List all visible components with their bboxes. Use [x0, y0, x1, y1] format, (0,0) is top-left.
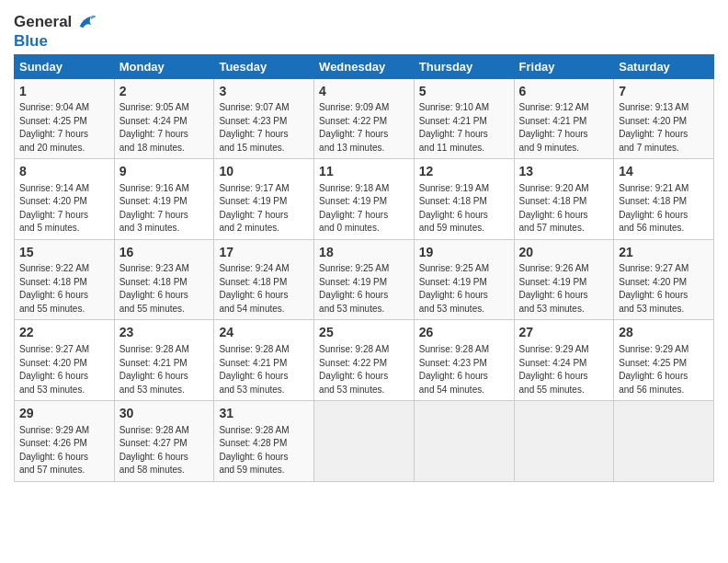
logo-line2: Blue [14, 33, 97, 51]
day-number: 21 [619, 244, 709, 262]
day-info: Sunrise: 9:04 AM Sunset: 4:25 PM Dayligh… [19, 101, 109, 155]
day-number: 10 [219, 163, 309, 181]
day-info: Sunrise: 9:27 AM Sunset: 4:20 PM Dayligh… [19, 343, 109, 396]
day-number: 16 [119, 244, 210, 262]
calendar-cell: 7Sunrise: 9:13 AM Sunset: 4:20 PM Daylig… [614, 78, 714, 159]
weekday-header-monday: Monday [114, 54, 214, 78]
calendar-cell: 16Sunrise: 9:23 AM Sunset: 4:18 PM Dayli… [114, 239, 214, 320]
calendar-cell: 23Sunrise: 9:28 AM Sunset: 4:21 PM Dayli… [114, 320, 214, 401]
day-number: 30 [119, 405, 210, 423]
day-number: 28 [619, 324, 709, 342]
day-info: Sunrise: 9:07 AM Sunset: 4:23 PM Dayligh… [219, 101, 309, 155]
day-number: 12 [419, 163, 509, 181]
weekday-header-sunday: Sunday [15, 54, 115, 78]
calendar-cell: 19Sunrise: 9:25 AM Sunset: 4:19 PM Dayli… [414, 239, 514, 320]
logo: General Blue [14, 13, 97, 51]
day-info: Sunrise: 9:05 AM Sunset: 4:24 PM Dayligh… [119, 101, 210, 155]
week-row-5: 29Sunrise: 9:29 AM Sunset: 4:26 PM Dayli… [15, 401, 714, 482]
day-number: 14 [619, 163, 709, 181]
day-number: 8 [19, 163, 109, 181]
weekday-header-tuesday: Tuesday [214, 54, 314, 78]
day-number: 9 [119, 163, 210, 181]
calendar-cell: 18Sunrise: 9:25 AM Sunset: 4:19 PM Dayli… [314, 239, 415, 320]
day-info: Sunrise: 9:26 AM Sunset: 4:19 PM Dayligh… [519, 262, 609, 316]
calendar-table: SundayMondayTuesdayWednesdayThursdayFrid… [14, 54, 714, 482]
day-number: 11 [319, 163, 409, 181]
calendar-cell: 31Sunrise: 9:28 AM Sunset: 4:28 PM Dayli… [214, 401, 314, 482]
calendar-cell: 12Sunrise: 9:19 AM Sunset: 4:18 PM Dayli… [414, 159, 514, 240]
day-info: Sunrise: 9:25 AM Sunset: 4:19 PM Dayligh… [419, 262, 509, 316]
weekday-header-friday: Friday [514, 54, 614, 78]
day-info: Sunrise: 9:14 AM Sunset: 4:20 PM Dayligh… [19, 182, 109, 236]
day-number: 13 [519, 163, 609, 181]
calendar-cell: 25Sunrise: 9:28 AM Sunset: 4:22 PM Dayli… [314, 320, 415, 401]
day-number: 26 [419, 324, 509, 342]
day-info: Sunrise: 9:28 AM Sunset: 4:23 PM Dayligh… [419, 343, 509, 396]
day-number: 4 [319, 83, 409, 101]
day-info: Sunrise: 9:24 AM Sunset: 4:18 PM Dayligh… [219, 262, 309, 316]
calendar-cell: 21Sunrise: 9:27 AM Sunset: 4:20 PM Dayli… [614, 239, 714, 320]
day-info: Sunrise: 9:16 AM Sunset: 4:19 PM Dayligh… [119, 182, 210, 236]
calendar-cell: 30Sunrise: 9:28 AM Sunset: 4:27 PM Dayli… [114, 401, 214, 482]
weekday-header-thursday: Thursday [414, 54, 514, 78]
calendar-cell: 4Sunrise: 9:09 AM Sunset: 4:22 PM Daylig… [314, 78, 415, 159]
calendar-cell: 1Sunrise: 9:04 AM Sunset: 4:25 PM Daylig… [15, 78, 115, 159]
day-info: Sunrise: 9:29 AM Sunset: 4:24 PM Dayligh… [519, 343, 609, 396]
calendar-cell: 26Sunrise: 9:28 AM Sunset: 4:23 PM Dayli… [414, 320, 514, 401]
day-number: 6 [519, 83, 609, 101]
calendar-cell: 28Sunrise: 9:29 AM Sunset: 4:25 PM Dayli… [614, 320, 714, 401]
day-number: 17 [219, 244, 309, 262]
day-number: 25 [319, 324, 409, 342]
day-info: Sunrise: 9:12 AM Sunset: 4:21 PM Dayligh… [519, 101, 609, 155]
day-info: Sunrise: 9:29 AM Sunset: 4:25 PM Dayligh… [619, 343, 709, 396]
calendar-cell: 5Sunrise: 9:10 AM Sunset: 4:21 PM Daylig… [414, 78, 514, 159]
week-row-3: 15Sunrise: 9:22 AM Sunset: 4:18 PM Dayli… [15, 239, 714, 320]
day-number: 19 [419, 244, 509, 262]
calendar-cell: 14Sunrise: 9:21 AM Sunset: 4:18 PM Dayli… [614, 159, 714, 240]
logo-bird-icon [76, 13, 97, 33]
calendar-cell: 10Sunrise: 9:17 AM Sunset: 4:19 PM Dayli… [214, 159, 314, 240]
header: General Blue [14, 9, 714, 51]
calendar-body: 1Sunrise: 9:04 AM Sunset: 4:25 PM Daylig… [15, 78, 714, 481]
day-info: Sunrise: 9:22 AM Sunset: 4:18 PM Dayligh… [19, 262, 109, 316]
calendar-cell: 22Sunrise: 9:27 AM Sunset: 4:20 PM Dayli… [15, 320, 115, 401]
week-row-1: 1Sunrise: 9:04 AM Sunset: 4:25 PM Daylig… [15, 78, 714, 159]
calendar-cell: 17Sunrise: 9:24 AM Sunset: 4:18 PM Dayli… [214, 239, 314, 320]
day-info: Sunrise: 9:17 AM Sunset: 4:19 PM Dayligh… [219, 182, 309, 236]
day-info: Sunrise: 9:28 AM Sunset: 4:27 PM Dayligh… [119, 424, 210, 477]
day-info: Sunrise: 9:23 AM Sunset: 4:18 PM Dayligh… [119, 262, 210, 316]
week-row-2: 8Sunrise: 9:14 AM Sunset: 4:20 PM Daylig… [15, 159, 714, 240]
day-number: 3 [219, 83, 309, 101]
calendar-cell: 8Sunrise: 9:14 AM Sunset: 4:20 PM Daylig… [15, 159, 115, 240]
weekday-header-wednesday: Wednesday [314, 54, 415, 78]
day-info: Sunrise: 9:13 AM Sunset: 4:20 PM Dayligh… [619, 101, 709, 155]
day-info: Sunrise: 9:10 AM Sunset: 4:21 PM Dayligh… [419, 101, 509, 155]
day-info: Sunrise: 9:28 AM Sunset: 4:28 PM Dayligh… [219, 424, 309, 477]
day-info: Sunrise: 9:20 AM Sunset: 4:18 PM Dayligh… [519, 182, 609, 236]
day-info: Sunrise: 9:21 AM Sunset: 4:18 PM Dayligh… [619, 182, 709, 236]
day-number: 20 [519, 244, 609, 262]
weekday-header-row: SundayMondayTuesdayWednesdayThursdayFrid… [15, 54, 714, 78]
calendar-cell: 24Sunrise: 9:28 AM Sunset: 4:21 PM Dayli… [214, 320, 314, 401]
calendar-cell [514, 401, 614, 482]
calendar-cell: 9Sunrise: 9:16 AM Sunset: 4:19 PM Daylig… [114, 159, 214, 240]
day-info: Sunrise: 9:28 AM Sunset: 4:21 PM Dayligh… [119, 343, 210, 396]
calendar-cell: 13Sunrise: 9:20 AM Sunset: 4:18 PM Dayli… [514, 159, 614, 240]
calendar-cell: 3Sunrise: 9:07 AM Sunset: 4:23 PM Daylig… [214, 78, 314, 159]
day-number: 15 [19, 244, 109, 262]
day-info: Sunrise: 9:27 AM Sunset: 4:20 PM Dayligh… [619, 262, 709, 316]
day-number: 29 [19, 405, 109, 423]
page-container: General Blue SundayMondayTuesdayWednesda… [0, 0, 728, 491]
day-info: Sunrise: 9:28 AM Sunset: 4:21 PM Dayligh… [219, 343, 309, 396]
day-number: 27 [519, 324, 609, 342]
day-number: 18 [319, 244, 409, 262]
calendar-cell: 27Sunrise: 9:29 AM Sunset: 4:24 PM Dayli… [514, 320, 614, 401]
weekday-header-saturday: Saturday [614, 54, 714, 78]
calendar-cell: 11Sunrise: 9:18 AM Sunset: 4:19 PM Dayli… [314, 159, 415, 240]
calendar-cell: 20Sunrise: 9:26 AM Sunset: 4:19 PM Dayli… [514, 239, 614, 320]
day-number: 24 [219, 324, 309, 342]
calendar-cell [414, 401, 514, 482]
calendar-cell [314, 401, 415, 482]
calendar-cell: 15Sunrise: 9:22 AM Sunset: 4:18 PM Dayli… [15, 239, 115, 320]
day-info: Sunrise: 9:19 AM Sunset: 4:18 PM Dayligh… [419, 182, 509, 236]
